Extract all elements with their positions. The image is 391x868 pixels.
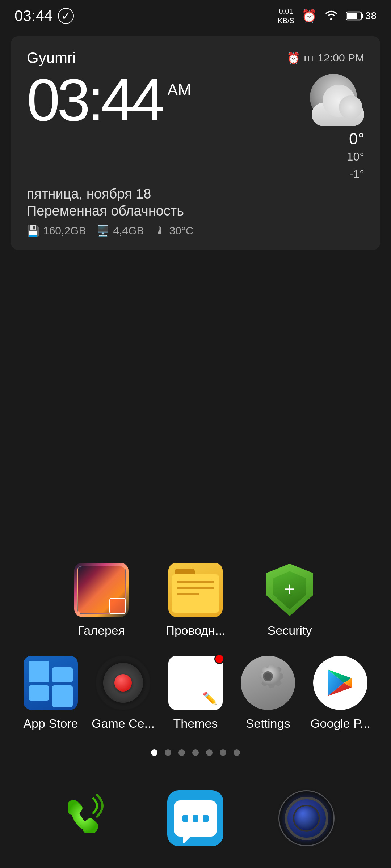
battery-level: 38 [365, 10, 377, 22]
storage-icon: 💾 [27, 225, 39, 237]
widget-city: Gyumri [27, 49, 76, 67]
widget-alarm-time: пт 12:00 PM [304, 52, 364, 64]
wifi-icon [324, 8, 339, 24]
app-themes-label: Themes [173, 716, 218, 731]
app-googleplay[interactable]: Google P... [308, 656, 373, 731]
status-bar: 03:44 ✓ 0.01 KB/S ⏰ 38 [0, 0, 391, 29]
page-indicator-4[interactable] [192, 749, 199, 756]
widget-alarm: ⏰ пт 12:00 PM [287, 52, 364, 64]
app-appstore-label: App Store [23, 716, 78, 731]
dock-camera[interactable] [278, 790, 335, 846]
widget-ram: 🖥️ 4,4GB [97, 225, 144, 237]
app-themes[interactable]: ✏️ Themes [163, 656, 228, 731]
page-indicator-7[interactable] [234, 749, 240, 756]
page-indicator-6[interactable] [220, 749, 226, 756]
page-indicator-2[interactable] [165, 749, 171, 756]
app-files[interactable]: Проводн... [163, 563, 228, 638]
battery-icon: 38 [346, 10, 377, 22]
app-gallery[interactable]: Галерея [69, 563, 134, 638]
phone-icon [59, 793, 110, 844]
widget-date: пятница, ноября 18 [27, 186, 364, 202]
app-settings[interactable]: Settings [235, 656, 300, 731]
alarm-widget-icon: ⏰ [287, 52, 300, 64]
temp-current: 0° [349, 130, 364, 148]
widget-condition: Переменная облачность [27, 203, 364, 219]
status-check-icon: ✓ [58, 8, 74, 24]
svg-rect-2 [347, 13, 357, 19]
app-security-label: Security [268, 624, 312, 638]
widget-storage: 💾 160,2GB [27, 225, 86, 237]
widget-time: 03:44 [27, 70, 162, 130]
dock-messaging[interactable] [167, 790, 223, 846]
page-indicator-1[interactable] [151, 749, 157, 756]
app-gamecenter-label: Game Ce... [92, 716, 155, 731]
ram-icon: 🖥️ [97, 225, 109, 237]
app-googleplay-label: Google P... [310, 716, 370, 731]
svg-rect-1 [361, 14, 363, 18]
dock [0, 790, 391, 846]
app-security[interactable]: + Security [257, 563, 322, 638]
weather-icon [301, 74, 364, 126]
shield-plus-icon: + [284, 580, 295, 599]
widget-period: AM [167, 81, 191, 99]
app-gallery-label: Галерея [78, 624, 125, 638]
dock-phone[interactable] [56, 790, 113, 846]
svg-point-4 [264, 673, 272, 680]
temp-icon: 🌡 [155, 225, 165, 237]
temp-range: 10° -1° [347, 148, 364, 183]
data-speed: 0.01 KB/S [278, 7, 294, 25]
page-indicators [0, 749, 391, 756]
widget-device-temp: 🌡 30°C [155, 225, 193, 237]
page-indicator-3[interactable] [178, 749, 185, 756]
app-grid: Галерея Проводн... + [0, 563, 391, 741]
settings-gear-icon [246, 661, 290, 705]
page-indicator-5[interactable] [206, 749, 213, 756]
app-settings-label: Settings [246, 716, 290, 731]
app-appstore[interactable]: App Store [18, 656, 83, 731]
themes-notification-badge [214, 654, 224, 664]
alarm-icon: ⏰ [302, 9, 317, 23]
app-gamecenter[interactable]: Game Ce... [91, 656, 156, 731]
clock-weather-widget: Gyumri ⏰ пт 12:00 PM 03:44 AM 0° [11, 36, 380, 250]
googleplay-icon [324, 667, 357, 699]
app-files-label: Проводн... [165, 624, 225, 638]
status-time: 03:44 [14, 7, 52, 25]
